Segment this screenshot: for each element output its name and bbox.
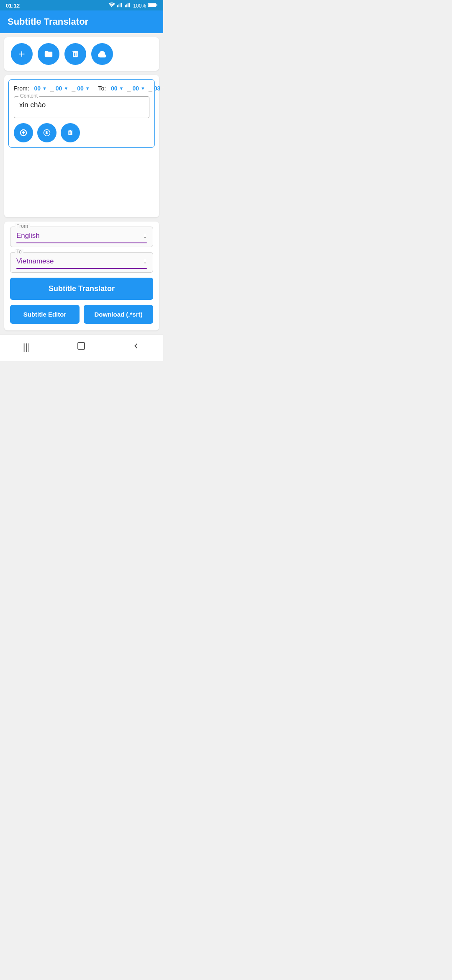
main-content: From: 00 ▼ _ 00 ▼ _ 00 ▼ To: 00 ▼ _ 00 ▼…	[0, 33, 163, 335]
wifi-icon	[108, 3, 115, 9]
app-bar: Subtitle Translator	[0, 10, 163, 33]
svg-rect-13	[78, 343, 85, 349]
to-ss: 03	[154, 85, 161, 92]
battery-text: 100%	[133, 3, 146, 9]
recent-apps-icon: |||	[23, 342, 30, 352]
time-row: From: 00 ▼ _ 00 ▼ _ 00 ▼ To: 00 ▼ _ 00 ▼…	[14, 85, 149, 92]
status-time: 01:12	[6, 3, 20, 9]
from-language-value: English	[16, 232, 40, 240]
from-label: From:	[14, 85, 29, 92]
subtitle-item: From: 00 ▼ _ 00 ▼ _ 00 ▼ To: 00 ▼ _ 00 ▼…	[8, 79, 155, 148]
from-language-select[interactable]: English ↓	[16, 231, 147, 240]
to-language-underline	[16, 268, 147, 269]
to-language-label: To	[15, 249, 23, 255]
from-mm-dropdown[interactable]: ▼	[64, 86, 68, 91]
subtitle-list-card: From: 00 ▼ _ 00 ▼ _ 00 ▼ To: 00 ▼ _ 00 ▼…	[4, 75, 159, 217]
translation-panel: From English ↓ To Vietnamese ↓ Subtitle …	[4, 222, 159, 330]
home-button[interactable]	[68, 339, 95, 355]
move-up-button[interactable]	[14, 123, 33, 142]
svg-rect-9	[149, 4, 156, 6]
battery-icon	[148, 3, 157, 9]
signal2-icon	[125, 3, 131, 9]
svg-rect-6	[128, 3, 128, 7]
item-delete-button[interactable]	[61, 123, 80, 142]
svg-rect-4	[125, 5, 126, 8]
home-icon	[76, 341, 86, 351]
svg-rect-5	[126, 4, 127, 7]
item-actions	[14, 123, 149, 142]
from-hh-dropdown[interactable]: ▼	[42, 86, 47, 91]
upload-cloud-button[interactable]	[91, 43, 113, 65]
signal-icon	[117, 3, 123, 9]
to-hh-dropdown[interactable]: ▼	[119, 86, 124, 91]
content-field[interactable]: Content xin chào	[14, 96, 149, 118]
add-button[interactable]	[11, 43, 33, 65]
from-language-field[interactable]: From English ↓	[10, 227, 153, 247]
to-language-select[interactable]: Vietnamese ↓	[16, 257, 147, 266]
move-down-button[interactable]	[37, 123, 56, 142]
from-ss-dropdown[interactable]: ▼	[85, 86, 90, 91]
back-icon	[132, 342, 140, 350]
status-bar: 01:12 100%	[0, 0, 163, 10]
to-language-dropdown-icon: ↓	[143, 257, 147, 266]
svg-rect-10	[157, 5, 157, 6]
delete-all-button[interactable]	[64, 43, 86, 65]
content-text[interactable]: xin chào	[19, 101, 144, 113]
to-mm: 00	[132, 85, 139, 92]
nav-bar: |||	[0, 335, 163, 361]
bottom-buttons: Subtitle Editor Download (.*srt)	[10, 305, 153, 324]
from-language-underline	[16, 242, 147, 243]
recent-apps-button[interactable]: |||	[15, 340, 39, 354]
svg-rect-7	[129, 3, 130, 8]
subtitle-editor-button[interactable]: Subtitle Editor	[10, 305, 80, 324]
to-language-value: Vietnamese	[16, 257, 54, 266]
open-folder-button[interactable]	[38, 43, 59, 65]
from-language-dropdown-icon: ↓	[143, 231, 147, 240]
to-language-field[interactable]: To Vietnamese ↓	[10, 252, 153, 273]
back-button[interactable]	[123, 340, 149, 354]
from-ss: 00	[77, 85, 84, 92]
svg-rect-0	[117, 5, 118, 8]
to-mm-dropdown[interactable]: ▼	[141, 86, 145, 91]
from-hh: 00	[34, 85, 41, 92]
toolbar-card	[4, 37, 159, 71]
to-label: To:	[98, 85, 106, 92]
download-button[interactable]: Download (.*srt)	[84, 305, 153, 324]
to-hh: 00	[111, 85, 118, 92]
svg-rect-1	[118, 4, 119, 7]
translate-button[interactable]: Subtitle Translator	[10, 278, 153, 300]
to-ss-dropdown[interactable]: ▼	[162, 86, 163, 91]
svg-rect-3	[121, 3, 122, 8]
status-icons: 100%	[108, 3, 157, 9]
app-title: Subtitle Translator	[8, 16, 88, 27]
from-language-label: From	[15, 223, 30, 229]
svg-rect-2	[120, 3, 121, 7]
content-label: Content	[18, 93, 39, 99]
from-mm: 00	[56, 85, 62, 92]
